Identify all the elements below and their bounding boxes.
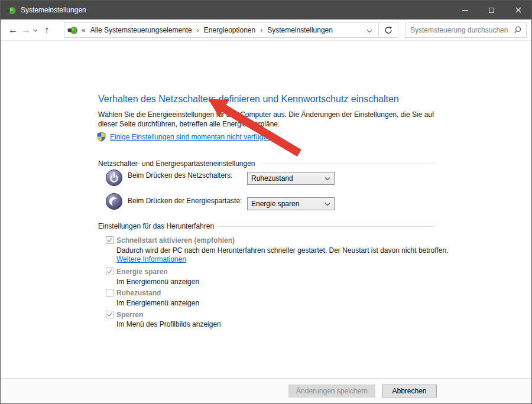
- window-controls: [452, 1, 531, 19]
- window-title: Systemeinstellungen: [21, 6, 86, 14]
- checkbox-sleep-label: Energie sparen: [116, 268, 168, 276]
- fast-startup-description: Dadurch wird der PC nach dem Herunterfah…: [116, 246, 450, 264]
- maximize-icon: [489, 8, 494, 13]
- lock-description: Im Menü des Profilbilds anzeigen: [116, 320, 450, 329]
- checkmark-icon: [106, 268, 113, 275]
- navigation-bar: ← → ↑ « Alle Systemsteuerungselemente › …: [1, 19, 531, 41]
- up-button[interactable]: ↑: [40, 25, 53, 35]
- sleep-button-icon: [105, 193, 123, 210]
- chevron-down-icon: [325, 175, 330, 180]
- power-button-action-select[interactable]: Ruhezustand: [247, 172, 335, 185]
- checkbox-fast-startup-label: Schnellstart aktivieren (empfohlen): [116, 236, 235, 245]
- intro-text: Wählen Sie die Energieeinstellungen für …: [98, 110, 446, 129]
- page-title: Verhalten des Netzschalters definieren u…: [98, 94, 399, 105]
- refresh-icon: [384, 26, 392, 34]
- power-options-app-icon: [6, 5, 16, 15]
- sleep-button-row-label: Beim Drücken der Energiespartaste:: [128, 197, 242, 205]
- close-icon: [515, 7, 521, 13]
- group-power-buttons: Netzschalter- und Energiespartasteneinst…: [98, 159, 434, 168]
- group-shutdown-settings-title: Einstellungen für das Herunterfahren: [98, 222, 214, 230]
- uac-notice-row: Einige Einstellungen sind momentan nicht…: [96, 132, 275, 142]
- breadcrumb: « Alle Systemsteuerungselemente › Energi…: [82, 26, 334, 34]
- footer-bar: Änderungen speichern Abbrechen: [1, 378, 531, 403]
- checkmark-icon: [106, 311, 113, 318]
- hibernate-description: Im Energiemenü anzeigen: [116, 299, 450, 308]
- checkmark-icon: [106, 237, 113, 243]
- power-button-icon: [105, 169, 123, 187]
- sleep-description: Im Energiemenü anzeigen: [116, 278, 450, 286]
- forward-button[interactable]: →: [20, 25, 33, 35]
- fast-startup-description-text: Dadurch wird der PC nach dem Herunterfah…: [116, 246, 448, 255]
- titlebar: Systemeinstellungen: [1, 1, 531, 19]
- sleep-button-action-select[interactable]: Energie sparen: [247, 197, 335, 210]
- refresh-button[interactable]: [379, 23, 398, 37]
- uac-shield-icon: [96, 132, 106, 142]
- group-rule: [219, 226, 434, 227]
- breadcrumb-item-power-options[interactable]: Energieoptionen: [203, 26, 257, 34]
- maximize-button[interactable]: [478, 1, 505, 19]
- breadcrumb-separator-icon: ›: [257, 26, 266, 34]
- cancel-button[interactable]: Abbrechen: [382, 385, 437, 398]
- chevron-down-icon: [367, 28, 372, 32]
- group-shutdown-settings: Einstellungen für das Herunterfahren: [98, 222, 434, 230]
- back-button[interactable]: ←: [7, 25, 20, 35]
- breadcrumb-item-all-control-panel-items[interactable]: Alle Systemsteuerungselemente: [89, 26, 193, 34]
- chevron-down-icon: [325, 201, 330, 206]
- sleep-button-action-value: Energie sparen: [251, 200, 326, 208]
- checkbox-hibernate[interactable]: [106, 289, 113, 297]
- minimize-icon: [462, 10, 468, 11]
- power-button-action-value: Ruhezustand: [251, 174, 326, 183]
- search-box: [405, 22, 527, 38]
- close-button[interactable]: [505, 1, 531, 19]
- checkbox-sleep[interactable]: [106, 268, 113, 275]
- recent-pages-chevron-icon[interactable]: [33, 27, 37, 31]
- more-information-link[interactable]: Weitere Informationen: [116, 255, 186, 263]
- checkbox-hibernate-label: Ruhezustand: [116, 289, 161, 297]
- checkbox-lock-label: Sperren: [116, 311, 143, 319]
- address-dropdown-button[interactable]: [361, 23, 378, 37]
- breadcrumb-separator-icon: ›: [193, 26, 203, 34]
- search-input[interactable]: [406, 24, 513, 37]
- system-settings-window: Systemeinstellungen ← → ↑: [0, 0, 532, 404]
- checkbox-lock[interactable]: [106, 311, 113, 318]
- address-bar[interactable]: « Alle Systemsteuerungselemente › Energi…: [64, 22, 398, 38]
- breadcrumb-item-system-settings[interactable]: Systemeinstellungen: [266, 26, 334, 34]
- search-icon: [513, 26, 521, 34]
- group-rule: [260, 164, 434, 164]
- group-power-buttons-title: Netzschalter- und Energiespartasteneinst…: [98, 159, 255, 168]
- uac-settings-unavailable-link[interactable]: Einige Einstellungen sind momentan nicht…: [110, 133, 275, 141]
- save-changes-button[interactable]: Änderungen speichern: [288, 385, 375, 398]
- breadcrumb-overflow[interactable]: «: [82, 26, 86, 34]
- minimize-button[interactable]: [452, 1, 478, 19]
- main-content: Verhalten des Netzschalters definieren u…: [1, 41, 531, 378]
- checkbox-fast-startup[interactable]: [106, 236, 113, 244]
- power-button-row-label: Beim Drücken des Netzschalters:: [128, 171, 232, 180]
- power-options-location-icon: [67, 25, 78, 35]
